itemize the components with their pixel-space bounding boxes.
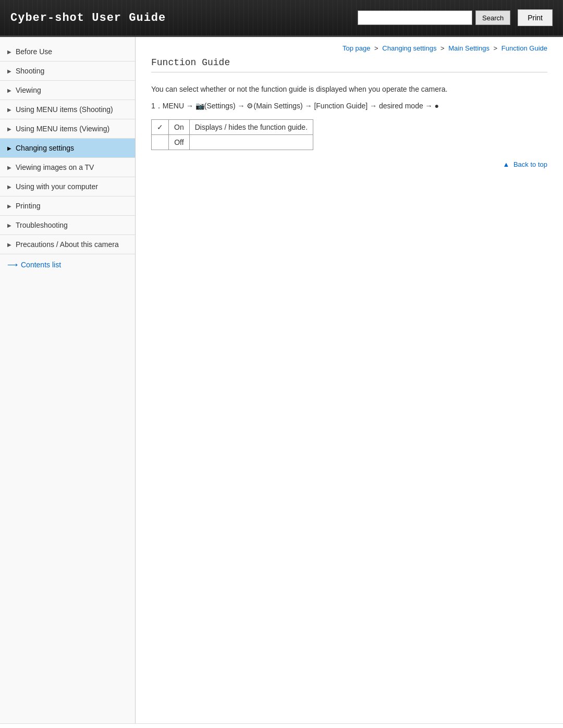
contents-arrow-icon: ⟶ <box>7 261 18 269</box>
table-row: Off <box>152 135 313 150</box>
sidebar-item-troubleshooting[interactable]: ▶Troubleshooting <box>0 216 135 235</box>
app-title: Cyber-shot User Guide <box>10 11 166 24</box>
sidebar-arrow-icon: ▶ <box>7 126 11 132</box>
sidebar-item-using-menu-items-viewing[interactable]: ▶Using MENU items (Viewing) <box>0 119 135 139</box>
back-to-top-label: Back to top <box>513 161 547 168</box>
sidebar-item-changing-settings[interactable]: ▶Changing settings <box>0 139 135 158</box>
sidebar-item-viewing[interactable]: ▶Viewing <box>0 81 135 100</box>
sidebar-item-label: Troubleshooting <box>16 221 68 229</box>
sidebar-item-printing[interactable]: ▶Printing <box>0 196 135 216</box>
sidebar-item-label: Precautions / About this camera <box>16 240 119 249</box>
sidebar-arrow-icon: ▶ <box>7 88 11 93</box>
sidebar-arrow-icon: ▶ <box>7 184 11 190</box>
main-layout: ▶Before Use▶Shooting▶Viewing▶Using MENU … <box>0 37 563 723</box>
sidebar-item-using-with-your-computer[interactable]: ▶Using with your computer <box>0 177 135 196</box>
footer: Copyright 2012 Sony Corporation <box>0 723 563 728</box>
sidebar-item-label: Using with your computer <box>16 182 98 191</box>
sidebar-item-label: Using MENU items (Viewing) <box>16 125 109 133</box>
step-text: 1．MENU → 📷(Settings) → ⚙(Main Settings) … <box>151 102 439 111</box>
sidebar-item-label: Shooting <box>16 67 44 75</box>
step-instruction: 1．MENU → 📷(Settings) → ⚙(Main Settings) … <box>151 102 547 111</box>
sidebar-arrow-icon: ▶ <box>7 107 11 113</box>
print-button[interactable]: Print <box>518 9 553 26</box>
desc-cell: Displays / hides the function guide. <box>189 120 313 135</box>
label-cell-off: Off <box>169 135 190 150</box>
sidebar-item-label: Changing settings <box>16 144 74 152</box>
sidebar-item-precautions--about-this-camera[interactable]: ▶Precautions / About this camera <box>0 235 135 254</box>
sidebar-item-label: Viewing <box>16 86 41 94</box>
sidebar-item-using-menu-items-shooting[interactable]: ▶Using MENU items (Shooting) <box>0 100 135 119</box>
table-row: ✓ On Displays / hides the function guide… <box>152 120 313 135</box>
sidebar-item-label: Viewing images on a TV <box>16 163 94 171</box>
breadcrumb-top-page[interactable]: Top page <box>342 44 371 52</box>
description: You can select whether or not the functi… <box>151 85 547 93</box>
sidebar-item-label: Using MENU items (Shooting) <box>16 105 113 114</box>
search-button[interactable]: Search <box>475 10 510 25</box>
search-area: Search Print <box>358 9 553 26</box>
sidebar-arrow-icon: ▶ <box>7 223 11 228</box>
check-cell-off <box>152 135 169 150</box>
label-cell-on: On <box>169 120 190 135</box>
breadcrumb-main-settings[interactable]: Main Settings <box>448 44 489 52</box>
contents-list-label: Contents list <box>21 261 61 269</box>
desc-cell-off <box>189 135 313 150</box>
contents-list-link[interactable]: ⟶Contents list <box>0 254 135 275</box>
sidebar-item-viewing-images-on-a-tv[interactable]: ▶Viewing images on a TV <box>0 158 135 177</box>
back-to-top[interactable]: ▲ Back to top <box>151 161 547 168</box>
sidebar-arrow-icon: ▶ <box>7 203 11 209</box>
back-to-top-link[interactable]: ▲ Back to top <box>503 161 547 168</box>
search-input[interactable] <box>358 10 472 25</box>
breadcrumb: Top page > Changing settings > Main Sett… <box>151 37 547 57</box>
sidebar: ▶Before Use▶Shooting▶Viewing▶Using MENU … <box>0 37 136 723</box>
sidebar-item-shooting[interactable]: ▶Shooting <box>0 61 135 81</box>
header: Cyber-shot User Guide Search Print <box>0 0 563 37</box>
check-cell-on: ✓ <box>152 120 169 135</box>
sidebar-item-label: Printing <box>16 202 40 210</box>
sidebar-arrow-icon: ▶ <box>7 49 11 55</box>
breadcrumb-changing-settings[interactable]: Changing settings <box>382 44 436 52</box>
back-triangle-icon: ▲ <box>503 161 509 168</box>
sidebar-arrow-icon: ▶ <box>7 165 11 170</box>
breadcrumb-function-guide[interactable]: Function Guide <box>501 44 547 52</box>
sidebar-item-label: Before Use <box>16 47 52 56</box>
function-table: ✓ On Displays / hides the function guide… <box>151 119 313 150</box>
sidebar-item-before-use[interactable]: ▶Before Use <box>0 42 135 61</box>
content-area: Top page > Changing settings > Main Sett… <box>136 37 563 723</box>
content-body: You can select whether or not the functi… <box>151 77 547 168</box>
sidebar-arrow-icon: ▶ <box>7 145 11 151</box>
sidebar-arrow-icon: ▶ <box>7 242 11 248</box>
page-title: Function Guide <box>151 57 547 72</box>
sidebar-arrow-icon: ▶ <box>7 68 11 74</box>
